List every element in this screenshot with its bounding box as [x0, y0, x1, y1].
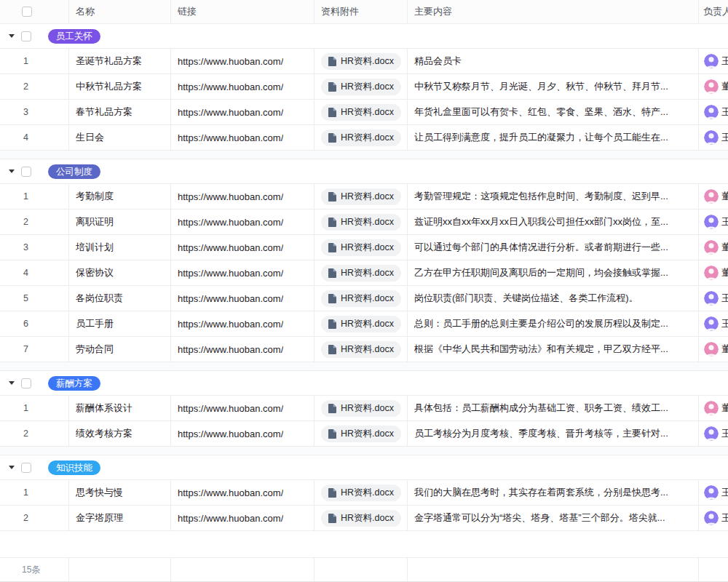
- name-cell[interactable]: 员工手册: [69, 311, 171, 336]
- link-cell[interactable]: https://www.huoban.com/: [171, 421, 314, 446]
- attachment-chip[interactable]: HR资料.docx: [321, 188, 401, 205]
- attachment-cell[interactable]: HR资料.docx: [314, 396, 408, 420]
- attachment-cell[interactable]: HR资料.docx: [314, 74, 408, 99]
- name-cell[interactable]: 金字塔原理: [69, 506, 171, 530]
- row-index-cell[interactable]: 6: [0, 311, 69, 336]
- row-index-cell[interactable]: 3: [0, 235, 69, 260]
- content-cell[interactable]: 根据《中华人民共和国劳动法》和有关规定，甲乙双方经平...: [408, 337, 699, 362]
- row-index-cell[interactable]: 1: [0, 49, 69, 73]
- chevron-down-icon[interactable]: [9, 466, 15, 469]
- row-index-cell[interactable]: 4: [0, 260, 69, 285]
- assignee-cell[interactable]: 王: [699, 100, 728, 124]
- name-cell[interactable]: 思考快与慢: [69, 480, 171, 505]
- assignee-cell[interactable]: 董: [699, 260, 728, 285]
- link-cell[interactable]: https://www.huoban.com/: [171, 184, 314, 209]
- group-badge[interactable]: 知识技能: [48, 461, 100, 475]
- attachment-cell[interactable]: HR资料.docx: [314, 286, 408, 311]
- link-cell[interactable]: https://www.huoban.com/: [171, 74, 314, 99]
- group-checkbox[interactable]: [21, 378, 31, 388]
- link-cell[interactable]: https://www.huoban.com/: [171, 396, 314, 420]
- name-cell[interactable]: 培训计划: [69, 235, 171, 260]
- content-cell[interactable]: 年货礼盒里面可以有贺卡、红包、零食、坚果、酒水、特产...: [408, 100, 699, 124]
- row-index-cell[interactable]: 5: [0, 286, 69, 311]
- assignee-cell[interactable]: 董: [699, 74, 728, 99]
- attachment-chip[interactable]: HR资料.docx: [321, 290, 401, 307]
- chevron-down-icon[interactable]: [9, 381, 15, 385]
- link-cell[interactable]: https://www.huoban.com/: [171, 49, 314, 73]
- name-cell[interactable]: 劳动合同: [69, 337, 171, 362]
- attachment-chip[interactable]: HR资料.docx: [321, 53, 401, 70]
- link-cell[interactable]: https://www.huoban.com/: [171, 480, 314, 505]
- assignee-cell[interactable]: 王: [699, 286, 728, 311]
- link-cell[interactable]: https://www.huoban.com/: [171, 100, 314, 124]
- content-cell[interactable]: 金字塔通常可以分为“塔尖、塔身、塔基”三个部分。塔尖就...: [408, 506, 699, 530]
- content-cell[interactable]: 岗位职责(部门职责、关键岗位描述、各类工作流程)。: [408, 286, 699, 311]
- attachment-chip[interactable]: HR资料.docx: [321, 129, 401, 146]
- attachment-chip[interactable]: HR资料.docx: [321, 239, 401, 256]
- content-cell[interactable]: 精品会员卡: [408, 49, 699, 73]
- link-cell[interactable]: https://www.huoban.com/: [171, 125, 314, 150]
- assignee-cell[interactable]: 王: [699, 49, 728, 73]
- name-cell[interactable]: 薪酬体系设计: [69, 396, 171, 420]
- name-cell[interactable]: 各岗位职责: [69, 286, 171, 311]
- column-header-link[interactable]: 链接: [171, 0, 314, 23]
- attachment-cell[interactable]: HR资料.docx: [314, 184, 408, 209]
- group-checkbox[interactable]: [21, 463, 31, 473]
- group-checkbox[interactable]: [21, 31, 31, 41]
- assignee-cell[interactable]: 董: [699, 235, 728, 260]
- row-index-cell[interactable]: 2: [0, 210, 69, 234]
- content-cell[interactable]: 总则：员工手册的总则主要是介绍公司的发展历程以及制定...: [408, 311, 699, 336]
- attachment-chip[interactable]: HR资料.docx: [321, 426, 401, 442]
- attachment-cell[interactable]: HR资料.docx: [314, 480, 408, 505]
- row-index-cell[interactable]: 4: [0, 125, 69, 150]
- row-index-cell[interactable]: 1: [0, 184, 69, 209]
- attachment-cell[interactable]: HR资料.docx: [314, 210, 408, 234]
- link-cell[interactable]: https://www.huoban.com/: [171, 210, 314, 234]
- attachment-cell[interactable]: HR资料.docx: [314, 421, 408, 446]
- name-cell[interactable]: 中秋节礼品方案: [69, 74, 171, 99]
- group-badge[interactable]: 公司制度: [48, 164, 100, 179]
- attachment-chip[interactable]: HR资料.docx: [321, 485, 401, 501]
- column-header-assignee[interactable]: 负责人: [699, 0, 728, 23]
- row-index-cell[interactable]: 2: [0, 421, 69, 446]
- name-cell[interactable]: 离职证明: [69, 210, 171, 234]
- row-index-cell[interactable]: 7: [0, 337, 69, 362]
- name-cell[interactable]: 绩效考核方案: [69, 421, 171, 446]
- attachment-cell[interactable]: HR资料.docx: [314, 235, 408, 260]
- attachment-chip[interactable]: HR资料.docx: [321, 341, 401, 358]
- row-index-cell[interactable]: 2: [0, 74, 69, 99]
- group-badge[interactable]: 薪酬方案: [48, 376, 100, 391]
- assignee-cell[interactable]: 董: [699, 337, 728, 362]
- link-cell[interactable]: https://www.huoban.com/: [171, 235, 314, 260]
- attachment-chip[interactable]: HR资料.docx: [321, 510, 401, 527]
- name-cell[interactable]: 保密协议: [69, 260, 171, 285]
- content-cell[interactable]: 兹证明xx自xx年xx月xx日入职我公司担任xx部门xx岗位，至...: [408, 210, 699, 234]
- column-header-attachment[interactable]: 资料附件: [314, 0, 408, 23]
- name-cell[interactable]: 生日会: [69, 125, 171, 150]
- assignee-cell[interactable]: 王: [699, 125, 728, 150]
- attachment-cell[interactable]: HR资料.docx: [314, 337, 408, 362]
- group-checkbox[interactable]: [21, 167, 31, 177]
- attachment-chip[interactable]: HR资料.docx: [321, 104, 401, 121]
- content-cell[interactable]: 我们的大脑在思考时，其实存在着两套系统，分别是快思考...: [408, 480, 699, 505]
- assignee-cell[interactable]: 王: [699, 480, 728, 505]
- row-index-cell[interactable]: 1: [0, 480, 69, 505]
- attachment-chip[interactable]: HR资料.docx: [321, 214, 401, 231]
- link-cell[interactable]: https://www.huoban.com/: [171, 337, 314, 362]
- row-index-cell[interactable]: 1: [0, 396, 69, 420]
- attachment-chip[interactable]: HR资料.docx: [321, 316, 401, 332]
- assignee-cell[interactable]: 王: [699, 311, 728, 336]
- assignee-cell[interactable]: 王: [699, 421, 728, 446]
- column-header-name[interactable]: 名称: [69, 0, 171, 23]
- content-cell[interactable]: 可以通过每个部门的具体情况进行分析。或者前期进行一些...: [408, 235, 699, 260]
- attachment-cell[interactable]: HR资料.docx: [314, 506, 408, 530]
- name-cell[interactable]: 春节礼品方案: [69, 100, 171, 124]
- attachment-cell[interactable]: HR资料.docx: [314, 100, 408, 124]
- link-cell[interactable]: https://www.huoban.com/: [171, 286, 314, 311]
- content-cell[interactable]: 考勤管理规定：这项规定包括作息时间、考勤制度、迟到早...: [408, 184, 699, 209]
- group-badge[interactable]: 员工关怀: [48, 29, 100, 44]
- row-index-cell[interactable]: 2: [0, 506, 69, 530]
- attachment-cell[interactable]: HR资料.docx: [314, 311, 408, 336]
- link-cell[interactable]: https://www.huoban.com/: [171, 260, 314, 285]
- content-cell[interactable]: 乙方在甲方任职期间及离职后的一定期间，均会接触或掌握...: [408, 260, 699, 285]
